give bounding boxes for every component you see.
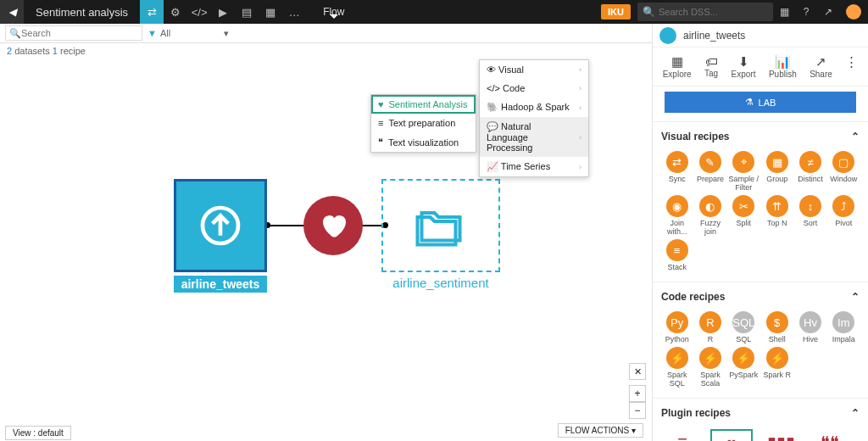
- share-button[interactable]: ↗Share: [810, 54, 832, 79]
- dataset-output-label: airline_sentiment: [381, 276, 500, 290]
- apps-icon[interactable]: ▦: [773, 0, 795, 24]
- plugin-text-preparation[interactable]: ≡Text preparation: [661, 429, 704, 441]
- recipe-spark-r[interactable]: ⚡Spark R: [761, 347, 793, 388]
- more-icon[interactable]: …: [282, 0, 306, 24]
- flow-label: Flow: [323, 6, 344, 18]
- more-button[interactable]: ⋮: [845, 54, 858, 79]
- lab-button[interactable]: ⚗ LAB: [665, 92, 856, 113]
- recipe-sync[interactable]: ⇄Sync: [661, 151, 693, 192]
- iku-badge[interactable]: IKU: [601, 4, 631, 20]
- recipe-shell[interactable]: $Shell: [761, 311, 793, 343]
- panel-toolbar: ▦Explore 🏷Tag ⬇Export 📊Publish ↗Share ⋮: [653, 47, 868, 87]
- recipe-prepare[interactable]: ✎Prepare: [694, 151, 726, 192]
- explore-button[interactable]: ▦Explore: [663, 54, 692, 79]
- section-plugin-recipes: Plugin recipes⌃ ≡Text preparation♥Sentim…: [653, 398, 868, 441]
- chevron-up-icon: ⌃: [851, 291, 860, 303]
- filter-icon[interactable]: ▼: [147, 28, 157, 38]
- chevron-up-icon: ⌃: [851, 131, 860, 142]
- zoom-in-button[interactable]: +: [629, 385, 646, 402]
- section-header[interactable]: Plugin recipes⌃: [661, 402, 860, 424]
- view-selector[interactable]: View : default: [5, 426, 71, 440]
- recipe-distinct[interactable]: ≠Distinct: [794, 151, 826, 192]
- recipe-pivot[interactable]: ⤴Pivot: [828, 195, 860, 236]
- recipe-window[interactable]: ▢Window: [828, 151, 860, 192]
- export-button[interactable]: ⬇Export: [732, 54, 756, 79]
- avatar[interactable]: [846, 4, 861, 20]
- global-search-input[interactable]: [659, 7, 776, 17]
- recipe-impala[interactable]: ImImpala: [828, 311, 860, 343]
- menu-code[interactable]: </> Code›: [480, 79, 588, 98]
- filter-all[interactable]: All: [160, 28, 224, 38]
- tag-button[interactable]: 🏷Tag: [704, 54, 718, 79]
- chevron-down-icon[interactable]: ▾: [224, 28, 229, 39]
- recipe-sample-filter[interactable]: ⌖Sample / Filter: [728, 151, 760, 192]
- stack-icon[interactable]: ▤: [235, 0, 259, 24]
- top-bar: ◀ Sentiment analysis ⇄ ⚙ </> ▶ ▤ ▦ … Flo…: [0, 0, 868, 24]
- flow-canvas[interactable]: airline_tweets airline_sentiment 👁 Visua…: [0, 43, 652, 441]
- recipe-spark-sql[interactable]: ⚡Spark SQL: [661, 347, 693, 388]
- plugin-forecast[interactable]: ▮▮▮Forecast: [760, 429, 802, 441]
- section-header[interactable]: Code recipes⌃: [661, 286, 860, 308]
- zoom-controls: + −: [629, 385, 646, 419]
- activity-icon[interactable]: ↗: [817, 0, 839, 24]
- recipe-sort[interactable]: ↕Sort: [794, 195, 826, 236]
- flow-actions-button[interactable]: FLOW ACTIONS ▾: [558, 423, 643, 438]
- recipe-top-n[interactable]: ⇈Top N: [761, 195, 793, 236]
- table-icon[interactable]: ▦: [259, 0, 282, 24]
- publish-button[interactable]: 📊Publish: [769, 54, 797, 79]
- recipe-python[interactable]: PyPython: [661, 311, 693, 343]
- recipe-menu: 👁 Visual› </> Code› 🐘 Hadoop & Spark› 💬 …: [479, 59, 589, 177]
- dataset-input-label: airline_tweets: [174, 276, 267, 293]
- submenu-sentiment[interactable]: ♥ Sentiment Analysis: [371, 95, 476, 114]
- code-icon[interactable]: </>: [187, 0, 211, 24]
- menu-nlp[interactable]: 💬 Natural Language Processing›: [480, 117, 588, 157]
- section-visual-recipes: Visual recipes⌃ ⇄Sync✎Prepare⌖Sample / F…: [653, 121, 868, 282]
- run-icon[interactable]: ▶: [211, 0, 235, 24]
- crosshair-icon[interactable]: ✕: [629, 363, 646, 380]
- section-code-recipes: Code recipes⌃ PyPythonRRSQLSQL$ShellHvHi…: [653, 282, 868, 398]
- recipe-sql[interactable]: SQLSQL: [728, 311, 760, 343]
- plugin-sentiment-analysis[interactable]: ♥Sentiment Analysis: [710, 429, 753, 441]
- right-panel: airline_tweets ▦Explore 🏷Tag ⬇Export 📊Pu…: [652, 24, 868, 441]
- chevron-up-icon: ⌃: [851, 407, 860, 419]
- menu-timeseries[interactable]: 📈 Time Series›: [480, 157, 588, 176]
- recipe-fuzzy-join[interactable]: ◐Fuzzy join: [694, 195, 726, 236]
- logo-icon[interactable]: ◀: [0, 0, 24, 24]
- gear-icon[interactable]: ⚙: [164, 0, 187, 24]
- flow-icon[interactable]: ⇄: [140, 0, 164, 24]
- section-header[interactable]: Visual recipes⌃: [661, 126, 860, 148]
- recipe-stack[interactable]: ≡Stack: [661, 239, 693, 271]
- flow-search-input[interactable]: [21, 28, 138, 38]
- recipe-join-with-[interactable]: ◉Join with...: [661, 195, 693, 236]
- help-icon[interactable]: ?: [795, 0, 817, 24]
- dataset-icon: [659, 27, 676, 44]
- zoom-out-button[interactable]: −: [629, 402, 646, 419]
- recipe-hive[interactable]: HvHive: [794, 311, 826, 343]
- recipe-spark-scala[interactable]: ⚡Spark Scala: [694, 347, 726, 388]
- heart-icon: [318, 210, 348, 241]
- project-name[interactable]: Sentiment analysis: [24, 6, 140, 19]
- recipe-pyspark[interactable]: ⚡PySpark: [728, 347, 760, 388]
- dataset-output[interactable]: airline_sentiment: [381, 179, 500, 290]
- dataset-input[interactable]: airline_tweets: [174, 179, 267, 293]
- recipe-group[interactable]: ▦Group: [761, 151, 793, 192]
- menu-hadoop[interactable]: 🐘 Hadoop & Spark›: [480, 98, 588, 117]
- submenu-textviz[interactable]: ❝ Text visualization: [371, 132, 476, 152]
- flow-search[interactable]: 🔍: [5, 25, 142, 41]
- panel-title: airline_tweets: [683, 30, 745, 42]
- plugin-text-visualization[interactable]: ❝❝Text visualization: [809, 429, 851, 441]
- menu-visual[interactable]: 👁 Visual›: [480, 60, 588, 79]
- recipe-split[interactable]: ✂Split: [728, 195, 760, 236]
- submenu-textprep[interactable]: ≡ Text preparation: [371, 114, 476, 132]
- nlp-submenu: ♥ Sentiment Analysis ≡ Text preparation …: [370, 94, 476, 153]
- recipe-r[interactable]: RR: [694, 311, 726, 343]
- recipe-node[interactable]: [303, 196, 363, 255]
- panel-header: airline_tweets: [653, 24, 868, 47]
- global-search[interactable]: 🔍: [637, 3, 773, 21]
